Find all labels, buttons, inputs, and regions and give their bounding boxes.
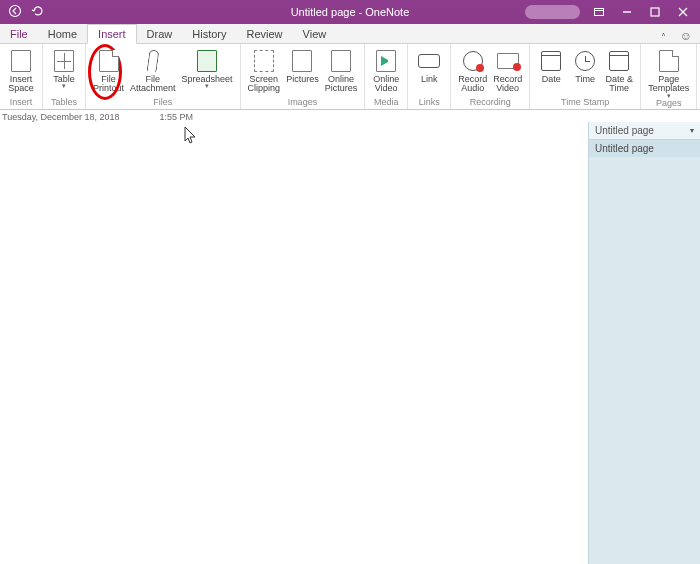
chevron-down-icon: ▾ bbox=[62, 84, 66, 88]
date-button[interactable]: Date bbox=[534, 46, 568, 84]
table-icon bbox=[51, 48, 77, 74]
back-icon[interactable] bbox=[8, 4, 22, 20]
chevron-down-icon: ▾ bbox=[690, 126, 694, 135]
page-templates-icon bbox=[656, 48, 682, 74]
tab-draw[interactable]: Draw bbox=[137, 25, 183, 43]
record-audio-icon bbox=[460, 48, 486, 74]
group-insert: Insert Space Insert bbox=[0, 44, 43, 109]
page-list-pane: Untitled page ▾ Untitled page bbox=[588, 122, 700, 564]
group-tables: Table ▾ Tables bbox=[43, 44, 86, 109]
page-time: 1:55 PM bbox=[160, 112, 194, 122]
record-video-button[interactable]: Record Video bbox=[490, 46, 525, 94]
page-templates-button[interactable]: Page Templates ▾ bbox=[645, 46, 692, 98]
tab-insert[interactable]: Insert bbox=[87, 24, 137, 44]
maximize-button[interactable] bbox=[642, 2, 668, 22]
chevron-down-icon: ▾ bbox=[667, 94, 671, 98]
page-date: Tuesday, December 18, 2018 bbox=[2, 112, 120, 122]
insert-space-button[interactable]: Insert Space bbox=[4, 46, 38, 94]
table-button[interactable]: Table ▾ bbox=[47, 46, 81, 89]
link-icon bbox=[416, 48, 442, 74]
ribbon-display-icon[interactable] bbox=[586, 2, 612, 22]
chevron-down-icon: ▾ bbox=[205, 84, 209, 88]
group-images: Screen Clipping Pictures Online Pictures… bbox=[241, 44, 366, 109]
group-media: Online Video Media bbox=[365, 44, 408, 109]
link-button[interactable]: Link bbox=[412, 46, 446, 84]
online-video-icon bbox=[373, 48, 399, 74]
feedback-icon[interactable]: ☺ bbox=[672, 29, 700, 43]
minimize-button[interactable] bbox=[614, 2, 640, 22]
date-time-button[interactable]: Date & Time bbox=[602, 46, 636, 94]
date-time-icon bbox=[606, 48, 632, 74]
page-list-header[interactable]: Untitled page ▾ bbox=[589, 122, 700, 140]
time-icon bbox=[572, 48, 598, 74]
file-attachment-button[interactable]: File Attachment bbox=[127, 46, 179, 94]
group-files: File Printout File Attachment Spreadshee… bbox=[86, 44, 241, 109]
pictures-button[interactable]: Pictures bbox=[283, 46, 322, 84]
tab-file[interactable]: File bbox=[0, 25, 38, 43]
pictures-icon bbox=[289, 48, 315, 74]
tab-review[interactable]: Review bbox=[237, 25, 293, 43]
tab-home[interactable]: Home bbox=[38, 25, 87, 43]
svg-rect-2 bbox=[651, 8, 659, 16]
group-recording: Record Audio Record Video Recording bbox=[451, 44, 530, 109]
page-list-item[interactable]: Untitled page bbox=[589, 140, 700, 157]
page-canvas[interactable] bbox=[0, 122, 588, 564]
ribbon-tabs: File Home Insert Draw History Review Vie… bbox=[0, 24, 700, 44]
record-video-icon bbox=[495, 48, 521, 74]
online-pictures-button[interactable]: Online Pictures bbox=[322, 46, 361, 94]
group-pages: Page Templates ▾ Pages bbox=[641, 44, 697, 109]
tab-history[interactable]: History bbox=[182, 25, 236, 43]
group-timestamp: Date Time Date & Time Time Stamp bbox=[530, 44, 641, 109]
ribbon: Insert Space Insert Table ▾ Tables File … bbox=[0, 44, 700, 110]
undo-icon[interactable] bbox=[30, 4, 44, 20]
group-links: Link Links bbox=[408, 44, 451, 109]
file-printout-button[interactable]: File Printout bbox=[90, 46, 127, 94]
record-audio-button[interactable]: Record Audio bbox=[455, 46, 490, 94]
svg-point-0 bbox=[10, 6, 21, 17]
tab-view[interactable]: View bbox=[293, 25, 337, 43]
svg-rect-1 bbox=[595, 9, 604, 16]
title-bar: Untitled page - OneNote bbox=[0, 0, 700, 24]
date-icon bbox=[538, 48, 564, 74]
content-area: Untitled page ▾ Untitled page bbox=[0, 122, 700, 564]
online-pictures-icon bbox=[328, 48, 354, 74]
spreadsheet-button[interactable]: Spreadsheet ▾ bbox=[179, 46, 236, 89]
account-pill[interactable] bbox=[525, 5, 580, 19]
file-printout-icon bbox=[96, 48, 122, 74]
file-attachment-icon bbox=[140, 48, 166, 74]
online-video-button[interactable]: Online Video bbox=[369, 46, 403, 94]
spreadsheet-icon bbox=[194, 48, 220, 74]
screen-clipping-button[interactable]: Screen Clipping bbox=[245, 46, 284, 94]
cursor-icon bbox=[184, 126, 198, 148]
time-button[interactable]: Time bbox=[568, 46, 602, 84]
screen-clipping-icon bbox=[251, 48, 277, 74]
close-button[interactable] bbox=[670, 2, 696, 22]
collapse-ribbon-icon[interactable]: ˄ bbox=[661, 32, 672, 43]
insert-space-icon bbox=[8, 48, 34, 74]
